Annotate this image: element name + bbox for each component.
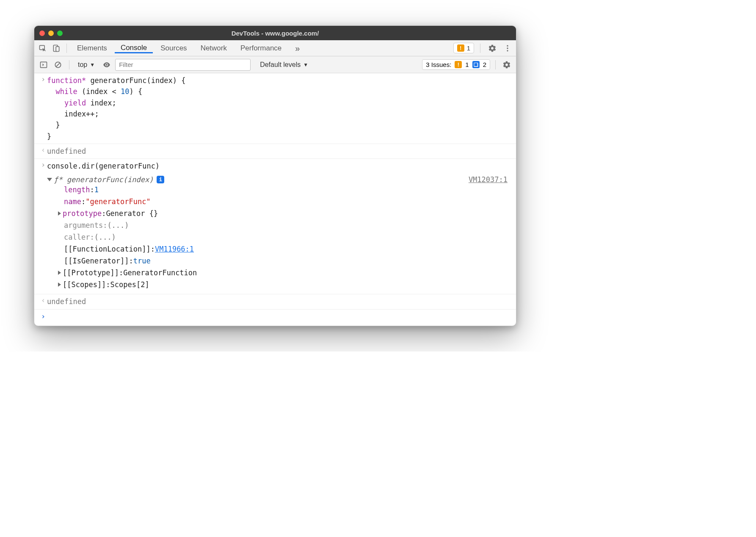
console-log: › function* generatorFunc(index) { while… [34,73,516,326]
object-header[interactable]: ƒ* generatorFunc(index) i VM12037:1 [39,175,511,184]
tab-console[interactable]: Console [115,44,153,53]
object-property[interactable]: [[IsGenerator]]: true [39,255,511,267]
console-output-row: ‹ undefined [34,144,516,159]
devtools-window: DevTools - www.google.com/ Elements Cons… [34,25,516,326]
divider [495,60,496,69]
device-toolbar-icon[interactable] [50,42,62,54]
divider [69,60,69,69]
chevron-down-icon: ▼ [303,62,308,68]
tab-network[interactable]: Network [195,44,233,53]
object-property[interactable]: name: "generatorFunc" [39,196,511,208]
code-block: function* generatorFunc(index) { while (… [47,75,186,142]
warnings-count: 1 [467,44,470,52]
source-link[interactable]: VM12037:1 [469,175,511,184]
object-summary: ƒ* generatorFunc(index) [54,175,153,184]
object-property[interactable]: arguments: (...) [39,219,511,231]
object-property[interactable]: [[Scopes]]: Scopes[2] [39,279,511,291]
return-value: undefined [47,146,86,157]
object-property[interactable]: [[FunctionLocation]]: VM11966:1 [39,243,511,255]
issues-label: 3 Issues: [426,61,451,68]
console-prompt[interactable]: › [34,310,516,326]
info-icon: ❏ [472,61,480,68]
console-input-row[interactable]: › function* generatorFunc(index) { while… [34,73,516,144]
info-icon[interactable]: i [157,176,164,183]
console-sidebar-icon[interactable] [38,59,50,71]
object-output: ƒ* generatorFunc(index) i VM12037:1 leng… [34,174,516,294]
issues-button[interactable]: 3 Issues: ! 1 ❏ 2 [422,59,490,70]
zoom-icon[interactable] [57,30,63,36]
disclosure-triangle-icon[interactable] [58,282,61,287]
input-chevron-icon: › [39,75,47,142]
tab-performance[interactable]: Performance [235,44,287,53]
log-levels-selector[interactable]: Default levels ▼ [253,61,312,69]
panel-tabs: Elements Console Sources Network Perform… [34,40,516,56]
inspect-element-icon[interactable] [37,42,49,54]
tab-elements[interactable]: Elements [71,44,113,53]
issues-warn-count: 1 [465,61,469,68]
minimize-icon[interactable] [48,30,54,36]
warning-icon: ! [455,61,462,68]
object-property[interactable]: caller: (...) [39,231,511,243]
input-chevron-icon: › [39,161,47,172]
console-toolbar: top ▼ Default levels ▼ 3 Issues: ! 1 ❏ 2 [34,56,516,73]
filter-input[interactable] [115,59,251,71]
divider [480,44,480,53]
chevron-down-icon: ▼ [90,62,95,68]
disclosure-triangle-icon[interactable] [47,178,52,181]
vm-link[interactable]: VM11966:1 [155,243,194,255]
svg-point-5 [507,50,508,51]
console-input-row[interactable]: › console.dir(generatorFunc) [34,159,516,173]
clear-console-icon[interactable] [52,59,64,71]
console-output-row: ‹ undefined [34,294,516,309]
console-settings-gear-icon[interactable] [501,59,513,71]
execution-context-selector[interactable]: top ▼ [74,59,98,70]
window-title: DevTools - www.google.com/ [34,30,516,37]
svg-point-4 [507,47,508,49]
kebab-menu-icon[interactable] [502,42,513,54]
disclosure-triangle-icon[interactable] [58,211,61,216]
object-property[interactable]: [[Prototype]]: GeneratorFunction [39,267,511,279]
traffic-lights [39,30,63,36]
output-chevron-icon: ‹ [39,296,47,307]
object-property[interactable]: length: 1 [39,184,511,196]
tab-sources[interactable]: Sources [155,44,193,53]
svg-rect-2 [56,46,59,51]
object-property[interactable]: prototype: Generator {} [39,208,511,219]
context-label: top [78,61,87,69]
code-line: console.dir(generatorFunc) [47,161,160,172]
disclosure-triangle-icon[interactable] [58,271,61,275]
close-icon[interactable] [39,30,45,36]
gear-icon[interactable] [486,42,498,54]
live-expression-icon[interactable] [101,59,113,71]
levels-label: Default levels [260,61,301,69]
issues-info-count: 2 [483,61,486,68]
warnings-badge[interactable]: ! 1 [453,43,474,53]
svg-point-3 [507,45,508,46]
warning-icon: ! [457,44,464,52]
return-value: undefined [47,296,86,307]
divider [66,44,67,53]
output-chevron-icon: ‹ [39,146,47,157]
tabs-overflow-icon[interactable]: » [289,44,306,53]
title-bar: DevTools - www.google.com/ [34,26,516,40]
prompt-chevron-icon: › [39,312,47,321]
